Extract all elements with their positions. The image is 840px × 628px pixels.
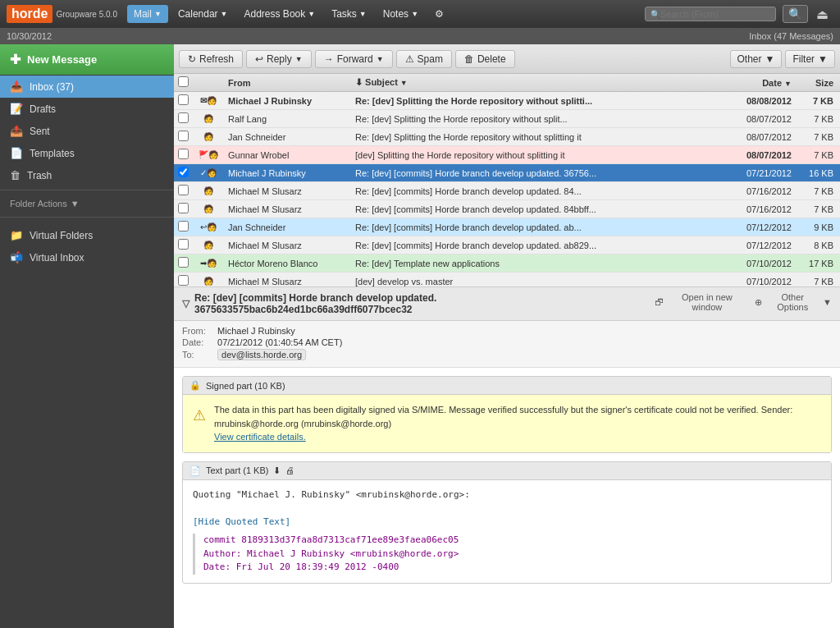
table-row[interactable]: ✓🧑 Michael J Rubinsky Re: [dev] [commits… (174, 164, 840, 182)
row-check-0[interactable] (174, 94, 192, 107)
sidebar-item-virtual-inbox[interactable]: 📬 Virtual Inbox (0, 246, 174, 268)
sidebar-trash-label: Trash (27, 170, 52, 181)
logout-button[interactable]: ⏏ (811, 5, 833, 24)
table-row[interactable]: 🚩🧑 Gunnar Wrobel [dev] Splitting the Hor… (174, 146, 840, 164)
current-date: 10/30/2012 (7, 31, 52, 41)
sidebar-item-sent[interactable]: 📤 Sent (0, 120, 174, 142)
row-checkbox-10[interactable] (178, 275, 189, 286)
to-row: To: dev@lists.horde.org (182, 349, 832, 360)
print-icon[interactable]: 🖨 (285, 465, 294, 475)
sidebar-item-trash[interactable]: 🗑 Trash (0, 164, 174, 186)
sidebar-item-drafts[interactable]: 📝 Drafts (0, 98, 174, 120)
collapse-icon[interactable]: ▽ (182, 298, 189, 309)
select-all-checkbox[interactable] (178, 76, 189, 87)
row-check-6[interactable] (174, 203, 192, 215)
row-check-5[interactable] (174, 185, 192, 197)
text-part-header: 📄 Text part (1 KB) ⬇ 🖨 (183, 462, 831, 480)
row-checkbox-0[interactable] (178, 94, 189, 105)
row-date-2: 08/07/2012 (729, 132, 795, 142)
table-row[interactable]: 🧑 Michael M Slusarz Re: [dev] [commits] … (174, 236, 840, 254)
table-row[interactable]: 🧑 Michael M Slusarz [dev] develop vs. ma… (174, 273, 840, 287)
spam-button[interactable]: ⚠ Spam (396, 50, 452, 68)
row-subject-6: Re: [dev] [commits] Horde branch develop… (352, 204, 729, 214)
subject-arrow: ▼ (400, 79, 408, 87)
row-checkbox-1[interactable] (178, 112, 189, 123)
search-box[interactable]: 🔍 (645, 7, 776, 21)
row-check-10[interactable] (174, 275, 192, 287)
row-checkbox-3[interactable] (178, 149, 189, 159)
new-message-button[interactable]: ✚ New Message (0, 44, 174, 76)
row-date-7: 07/12/2012 (729, 222, 795, 232)
nav-tasks[interactable]: Tasks ▼ (325, 5, 373, 23)
header-date[interactable]: Date ▼ (729, 78, 795, 88)
sidebar-item-virtual-folders[interactable]: 📁 Virtual Folders (0, 224, 174, 246)
header-check[interactable] (174, 76, 192, 89)
commit-line-0: commit 8189313d37faa8d7313caf71ee89e3fae… (203, 534, 821, 548)
nav-addressbook[interactable]: Address Book ▼ (238, 5, 322, 23)
row-checkbox-8[interactable] (178, 239, 189, 250)
nav-calendar[interactable]: Calendar ▼ (171, 5, 235, 23)
row-checkbox-5[interactable] (178, 185, 189, 195)
other-options-button[interactable]: ⊕ Other Options ▼ (755, 292, 832, 312)
nav-settings[interactable]: ⚙ (428, 5, 450, 23)
row-checkbox-4[interactable] (178, 167, 189, 177)
sidebar-item-templates[interactable]: 📄 Templates (0, 142, 174, 164)
refresh-button[interactable]: ↻ Refresh (179, 50, 243, 68)
folder-actions[interactable]: Folder Actions ▼ (0, 194, 174, 213)
refresh-icon: ↻ (188, 53, 196, 65)
delete-label: Delete (477, 53, 506, 65)
row-check-7[interactable] (174, 221, 192, 233)
row-check-9[interactable] (174, 257, 192, 269)
row-check-3[interactable] (174, 149, 192, 161)
preview-header: ▽ Re: [dev] [commits] Horde branch devel… (174, 287, 840, 321)
delete-button[interactable]: 🗑 Delete (455, 50, 515, 68)
sidebar-sent-label: Sent (30, 126, 50, 137)
download-icon[interactable]: ⬇ (273, 465, 281, 476)
search-input[interactable] (660, 9, 767, 19)
forward-button[interactable]: → Forward ▼ (315, 50, 393, 68)
signed-part-label: Signed part (10 KB) (206, 381, 285, 391)
sidebar-divider2 (0, 217, 174, 218)
row-check-4[interactable] (174, 167, 192, 179)
row-checkbox-2[interactable] (178, 131, 189, 141)
drafts-icon: 📝 (10, 103, 23, 115)
table-row[interactable]: 🧑 Ralf Lang Re: [dev] Splitting the Hord… (174, 110, 840, 128)
nav-addressbook-arrow: ▼ (308, 10, 315, 18)
row-check-2[interactable] (174, 131, 192, 143)
date-value: 07/21/2012 (01:40:54 AM CET) (217, 337, 342, 347)
header-subject[interactable]: ⬇ Subject ▼ (352, 77, 729, 88)
table-row[interactable]: 🧑 Jan Schneider Re: [dev] Splitting the … (174, 128, 840, 146)
from-value: Michael J Rubinsky (217, 326, 295, 336)
table-row[interactable]: ↩🧑 Jan Schneider Re: [dev] [commits] Hor… (174, 218, 840, 236)
nav-notes[interactable]: Notes ▼ (377, 5, 425, 23)
reply-button[interactable]: ↩ Reply ▼ (246, 50, 312, 68)
filter-button[interactable]: Filter ▼ (785, 50, 835, 68)
table-row[interactable]: ➡🧑 Héctor Moreno Blanco Re: [dev] Templa… (174, 254, 840, 273)
view-certificate-link[interactable]: View certificate details. (214, 432, 306, 442)
table-row[interactable]: 🧑 Michael M Slusarz Re: [dev] [commits] … (174, 200, 840, 218)
table-row[interactable]: ✉🧑 Michael J Rubinsky Re: [dev] Splittin… (174, 92, 840, 110)
nav-mail[interactable]: Mail ▼ (127, 5, 168, 23)
row-checkbox-9[interactable] (178, 257, 189, 268)
row-subject-2: Re: [dev] Splitting the Horde repository… (352, 132, 729, 142)
virtual-folders-label: Virtual Folders (30, 230, 93, 241)
other-button[interactable]: Other ▼ (730, 50, 783, 68)
row-check-1[interactable] (174, 112, 192, 125)
open-new-window-button[interactable]: 🗗 Open in new window (655, 292, 749, 312)
table-row[interactable]: 🧑 Michael M Slusarz Re: [dev] [commits] … (174, 182, 840, 200)
commit-line-2: Date: Fri Jul 20 18:39:49 2012 -0400 (203, 561, 821, 575)
virtual-section: 📁 Virtual Folders 📬 Virtual Inbox (0, 224, 174, 268)
signed-part: 🔒 Signed part (10 KB) ⚠ The data in this… (182, 376, 832, 453)
toolbar: ↻ Refresh ↩ Reply ▼ → Forward ▼ ⚠ Spam 🗑… (174, 44, 840, 74)
email-list: From ⬇ Subject ▼ Date ▼ Size ✉🧑 Michael … (174, 74, 840, 287)
row-checkbox-6[interactable] (178, 203, 189, 213)
search-button[interactable]: 🔍 (783, 5, 808, 23)
sidebar-item-inbox[interactable]: 📥 Inbox (37) (0, 76, 174, 98)
row-date-9: 07/10/2012 (729, 259, 795, 268)
row-check-8[interactable] (174, 239, 192, 251)
date-label: Date: (182, 337, 215, 347)
to-value: dev@lists.horde.org (217, 349, 306, 360)
row-checkbox-7[interactable] (178, 221, 189, 231)
signed-part-header: 🔒 Signed part (10 KB) (183, 377, 831, 395)
hide-quoted-text-toggle[interactable]: [Hide Quoted Text] (193, 516, 290, 527)
